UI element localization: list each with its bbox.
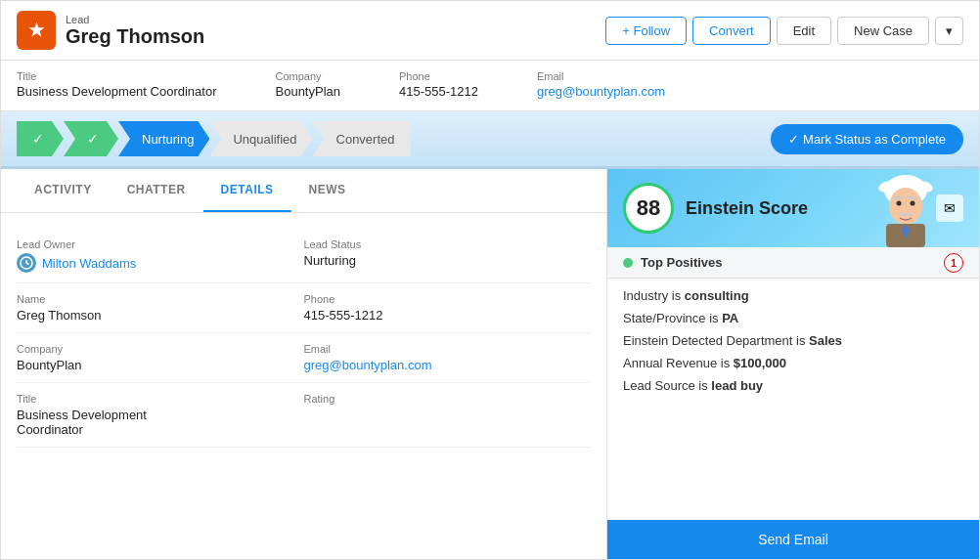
tab-news[interactable]: NEWS <box>291 169 364 212</box>
top-positives-header: Top Positives 1 <box>607 247 979 279</box>
info-email: Email greg@bountyplan.com <box>537 70 665 99</box>
field-company: Company BountyPlan ✏ <box>17 333 304 383</box>
positive-5-bold: lead buy <box>711 378 763 393</box>
step-unqualified[interactable]: Unqualified <box>209 121 312 156</box>
step-converted[interactable]: Converted <box>313 121 411 156</box>
svg-line-7 <box>895 197 902 198</box>
rating-value: ✏ <box>304 408 576 420</box>
company-value: BountyPlan <box>276 84 341 99</box>
phone-value: 415-555-1212 <box>399 84 478 99</box>
phone-field-label: Phone <box>304 293 576 305</box>
info-company: Company BountyPlan <box>276 70 341 99</box>
tab-activity[interactable]: ACTIVITY <box>17 169 110 212</box>
rating-label: Rating <box>304 393 576 405</box>
lead-owner-name[interactable]: Milton Waddams <box>42 256 136 271</box>
step-unqualified-label: Unqualified <box>233 132 296 147</box>
title-value: Business Development Coordinator <box>17 84 217 99</box>
positive-item-2: State/Province is PA <box>623 311 963 325</box>
lead-owner-value: Milton Waddams ✏ <box>17 253 289 273</box>
field-phone: Phone 415-555-1212 ✏ <box>304 283 592 333</box>
owner-avatar <box>17 253 36 273</box>
info-bar: Title Business Development Coordinator C… <box>1 61 979 111</box>
lead-status-label: Lead Status <box>304 238 576 250</box>
svg-line-8 <box>909 197 916 198</box>
phone-field-text: 415-555-1212 <box>304 308 383 323</box>
tab-chatter[interactable]: CHATTER <box>110 169 203 212</box>
name-label: Name <box>17 293 289 305</box>
positive-2-before: State/Province is <box>623 311 722 325</box>
checkmark-2: ✓ <box>87 131 99 147</box>
follow-button[interactable]: + Follow <box>605 17 687 45</box>
edit-button[interactable]: Edit <box>777 17 831 45</box>
right-panel: 88 Einstein Score <box>607 169 979 559</box>
clock-icon <box>20 256 33 270</box>
company-field-text: BountyPlan <box>17 358 82 372</box>
field-rating: Rating ✏ <box>304 383 592 448</box>
tabs: ACTIVITY CHATTER DETAILS NEWS <box>1 169 606 213</box>
positive-4-before: Annual Revenue is <box>623 356 734 370</box>
title-field-value: Business DevelopmentCoordinator ✏ <box>17 408 289 437</box>
positive-1-bold: consulting <box>685 288 749 303</box>
positive-item-5: Lead Source is lead buy <box>623 378 963 393</box>
step-1[interactable]: ✓ <box>17 121 64 156</box>
header-left: ★ Lead Greg Thomson <box>17 11 204 50</box>
info-phone: Phone 415-555-1212 <box>399 70 478 99</box>
positive-dot <box>623 258 633 268</box>
title-field-label: Title <box>17 393 289 405</box>
email-value[interactable]: greg@bountyplan.com <box>537 84 665 99</box>
lead-owner-label: Lead Owner <box>17 238 289 250</box>
lead-icon: ★ <box>17 11 56 50</box>
phone-field-value: 415-555-1212 ✏ <box>304 308 576 323</box>
positive-1-before: Industry is <box>623 288 685 303</box>
dropdown-button[interactable]: ▾ <box>935 17 963 45</box>
positive-3-bold: Sales <box>809 333 842 348</box>
step-2[interactable]: ✓ <box>64 121 118 156</box>
positive-5-before: Lead Source is <box>623 378 711 393</box>
svg-point-9 <box>897 201 902 206</box>
name-value: Greg Thomson ✏ <box>17 308 289 323</box>
header-title-block: Lead Greg Thomson <box>66 14 204 48</box>
header: ★ Lead Greg Thomson + Follow Convert Edi… <box>1 1 979 61</box>
new-case-button[interactable]: New Case <box>837 17 929 45</box>
tab-details[interactable]: DETAILS <box>203 169 291 212</box>
name-text: Greg Thomson <box>17 308 101 323</box>
badge-count: 1 <box>944 253 963 273</box>
step-nurturing-label: Nurturing <box>142 132 194 147</box>
einstein-header: 88 Einstein Score <box>607 169 979 247</box>
positive-3-before: Einstein Detected Department is <box>623 333 809 348</box>
status-steps: ✓ ✓ Nurturing Unqualified Converted <box>17 121 755 156</box>
field-lead-status: Lead Status Nurturing ✏ <box>304 229 592 283</box>
convert-button[interactable]: Convert <box>692 17 771 45</box>
svg-point-10 <box>911 201 915 206</box>
field-title: Title Business DevelopmentCoordinator ✏ <box>17 383 304 448</box>
field-lead-owner: Lead Owner Milton Waddams ✏ <box>17 229 304 283</box>
details-grid: Lead Owner Milton Waddams ✏ <box>1 213 606 463</box>
email-field-text[interactable]: greg@bountyplan.com <box>304 358 432 372</box>
send-email-button[interactable]: Send Email <box>607 520 979 559</box>
einstein-mail-button[interactable]: ✉ <box>936 194 963 222</box>
einstein-avatar <box>871 169 940 247</box>
step-nurturing[interactable]: Nurturing <box>118 121 209 156</box>
lead-status-value: Nurturing ✏ <box>304 253 576 268</box>
left-panel: ACTIVITY CHATTER DETAILS NEWS Lead Owner <box>1 169 607 559</box>
company-label: Company <box>276 70 341 82</box>
lead-status-text: Nurturing <box>304 253 356 268</box>
info-title: Title Business Development Coordinator <box>17 70 217 99</box>
einstein-avatar-svg <box>871 169 940 247</box>
body: ACTIVITY CHATTER DETAILS NEWS Lead Owner <box>1 169 979 559</box>
positive-item-4: Annual Revenue is $100,000 <box>623 356 963 370</box>
einstein-score-circle: 88 <box>623 183 674 234</box>
positive-4-bold: $100,000 <box>734 356 786 370</box>
positive-item-3: Einstein Detected Department is Sales <box>623 333 963 348</box>
status-bar: ✓ ✓ Nurturing Unqualified Converted ✓ Ma… <box>1 111 979 169</box>
positive-item-1: Industry is consulting <box>623 288 963 303</box>
header-actions: + Follow Convert Edit New Case ▾ <box>605 17 963 45</box>
field-name: Name Greg Thomson ✏ <box>17 283 304 333</box>
record-name: Greg Thomson <box>66 25 204 48</box>
email-label: Email <box>537 70 665 82</box>
mark-complete-button[interactable]: ✓ Mark Status as Complete <box>771 124 963 154</box>
top-positives-label: Top Positives <box>641 255 723 270</box>
phone-label: Phone <box>399 70 478 82</box>
email-field-value: greg@bountyplan.com ✏ <box>304 358 576 372</box>
step-converted-label: Converted <box>336 132 395 147</box>
